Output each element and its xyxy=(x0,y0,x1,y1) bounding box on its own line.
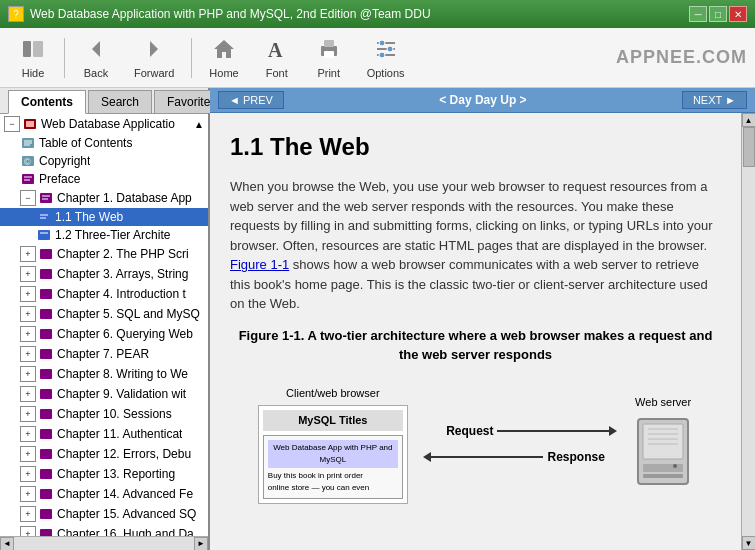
sidebar-item-ch1-1[interactable]: 1.1 The Web xyxy=(0,208,208,226)
expander-ch16[interactable]: + xyxy=(20,526,36,536)
expander-ch13[interactable]: + xyxy=(20,466,36,482)
forward-icon xyxy=(142,37,166,65)
expander-ch15[interactable]: + xyxy=(20,506,36,522)
expander-ch4[interactable]: + xyxy=(20,286,36,302)
expander-book[interactable]: − xyxy=(4,116,20,132)
sidebar-item-ch16[interactable]: + Chapter 16. Hugh and Da xyxy=(0,524,208,536)
ch9-icon xyxy=(38,387,54,401)
hscroll-left[interactable]: ◄ xyxy=(0,537,14,551)
forward-button[interactable]: Forward xyxy=(123,32,185,84)
home-label: Home xyxy=(209,67,238,79)
svg-rect-0 xyxy=(23,41,31,57)
back-button[interactable]: Back xyxy=(71,32,121,84)
tab-contents[interactable]: Contents xyxy=(8,90,86,114)
ch12-icon xyxy=(38,447,54,461)
expander-ch3[interactable]: + xyxy=(20,266,36,282)
server-svg xyxy=(633,414,693,494)
svg-rect-32 xyxy=(38,230,50,240)
sidebar-label-ch4: Chapter 4. Introduction t xyxy=(57,287,186,301)
minimize-button[interactable]: ─ xyxy=(689,6,707,22)
expander-ch5[interactable]: + xyxy=(20,306,36,322)
expander-ch14[interactable]: + xyxy=(20,486,36,502)
sidebar-item-copyright[interactable]: © Copyright xyxy=(0,152,208,170)
svg-rect-23 xyxy=(22,174,34,184)
vscroll-up[interactable]: ▲ xyxy=(742,113,756,127)
sidebar-item-ch10[interactable]: + Chapter 10. Sessions xyxy=(0,404,208,424)
close-button[interactable]: ✕ xyxy=(729,6,747,22)
vscroll-down[interactable]: ▼ xyxy=(742,536,756,550)
svg-rect-41 xyxy=(40,389,52,399)
tab-search[interactable]: Search xyxy=(88,90,152,113)
svg-rect-34 xyxy=(40,249,52,259)
expander-ch8[interactable]: + xyxy=(20,366,36,382)
expander-ch10[interactable]: + xyxy=(20,406,36,422)
hscroll-right[interactable]: ► xyxy=(194,537,208,551)
ch13-icon xyxy=(38,467,54,481)
sidebar-hscrollbar[interactable]: ◄ ► xyxy=(0,536,208,550)
print-button[interactable]: Print xyxy=(304,32,354,84)
prev-button[interactable]: ◄ PREV xyxy=(218,91,284,109)
client-label: Client/web browser xyxy=(286,385,380,402)
sidebar-item-ch6[interactable]: + Chapter 6. Querying Web xyxy=(0,324,208,344)
options-button[interactable]: Options xyxy=(356,32,416,84)
nav-title: < Day Day Up > xyxy=(439,93,526,107)
ch4-icon xyxy=(38,287,54,301)
content-heading: 1.1 The Web xyxy=(230,129,721,165)
sidebar-item-ch11[interactable]: + Chapter 11. Authenticat xyxy=(0,424,208,444)
divider-1 xyxy=(64,38,65,78)
font-button[interactable]: A Font xyxy=(252,32,302,84)
sidebar-item-book[interactable]: − Web Database Applicatio ▲ xyxy=(0,114,208,134)
ch2-icon xyxy=(38,247,54,261)
svg-rect-37 xyxy=(40,309,52,319)
server-section: Web server xyxy=(633,394,693,495)
maximize-button[interactable]: □ xyxy=(709,6,727,22)
client-box: MySQL Titles Web Database App with PHP a… xyxy=(258,405,408,504)
expander-ch1[interactable]: − xyxy=(20,190,36,206)
hide-label: Hide xyxy=(22,67,45,79)
vscroll-track[interactable] xyxy=(742,127,755,536)
sidebar-item-ch2[interactable]: + Chapter 2. The PHP Scri xyxy=(0,244,208,264)
sidebar-label-ch13: Chapter 13. Reporting xyxy=(57,467,175,481)
sidebar-item-ch4[interactable]: + Chapter 4. Introduction t xyxy=(0,284,208,304)
hide-button[interactable]: Hide xyxy=(8,32,58,84)
content-vscrollbar[interactable]: ▲ ▼ xyxy=(741,113,755,550)
ch10-icon xyxy=(38,407,54,421)
sidebar-label-preface: Preface xyxy=(39,172,80,186)
next-button[interactable]: NEXT ► xyxy=(682,91,747,109)
expander-ch2[interactable]: + xyxy=(20,246,36,262)
sidebar-item-ch1-2[interactable]: 1.2 Three-Tier Archite xyxy=(0,226,208,244)
sidebar-item-ch13[interactable]: + Chapter 13. Reporting xyxy=(0,464,208,484)
home-button[interactable]: Home xyxy=(198,32,249,84)
sidebar-item-toc[interactable]: Table of Contents xyxy=(0,134,208,152)
sidebar-item-ch9[interactable]: + Chapter 9. Validation wit xyxy=(0,384,208,404)
sidebar-item-ch1[interactable]: − Chapter 1. Database App xyxy=(0,188,208,208)
options-icon xyxy=(374,37,398,65)
sidebar-item-ch7[interactable]: + Chapter 7. PEAR xyxy=(0,344,208,364)
sidebar-item-ch3[interactable]: + Chapter 3. Arrays, String xyxy=(0,264,208,284)
sidebar-item-preface[interactable]: Preface xyxy=(0,170,208,188)
svg-marker-3 xyxy=(150,41,158,57)
vscroll-thumb[interactable] xyxy=(743,127,755,167)
preface-icon xyxy=(20,172,36,186)
sidebar-item-ch15[interactable]: + Chapter 15. Advanced SQ xyxy=(0,504,208,524)
window-controls[interactable]: ─ □ ✕ xyxy=(689,6,747,22)
expander-ch6[interactable]: + xyxy=(20,326,36,342)
figure-link[interactable]: Figure 1-1 xyxy=(230,257,289,272)
svg-rect-29 xyxy=(38,212,50,222)
expander-ch11[interactable]: + xyxy=(20,426,36,442)
sidebar-item-ch14[interactable]: + Chapter 14. Advanced Fe xyxy=(0,484,208,504)
ch8-icon xyxy=(38,367,54,381)
sidebar-item-ch12[interactable]: + Chapter 12. Errors, Debu xyxy=(0,444,208,464)
svg-rect-39 xyxy=(40,349,52,359)
svg-rect-35 xyxy=(40,269,52,279)
sidebar-label-copyright: Copyright xyxy=(39,154,90,168)
ch7-icon xyxy=(38,347,54,361)
expander-ch7[interactable]: + xyxy=(20,346,36,362)
sidebar-item-ch8[interactable]: + Chapter 8. Writing to We xyxy=(0,364,208,384)
svg-rect-45 xyxy=(40,469,52,479)
request-arrow-line xyxy=(497,424,617,438)
expander-ch9[interactable]: + xyxy=(20,386,36,402)
response-label: Response xyxy=(547,448,617,466)
sidebar-item-ch5[interactable]: + Chapter 5. SQL and MySQ xyxy=(0,304,208,324)
expander-ch12[interactable]: + xyxy=(20,446,36,462)
